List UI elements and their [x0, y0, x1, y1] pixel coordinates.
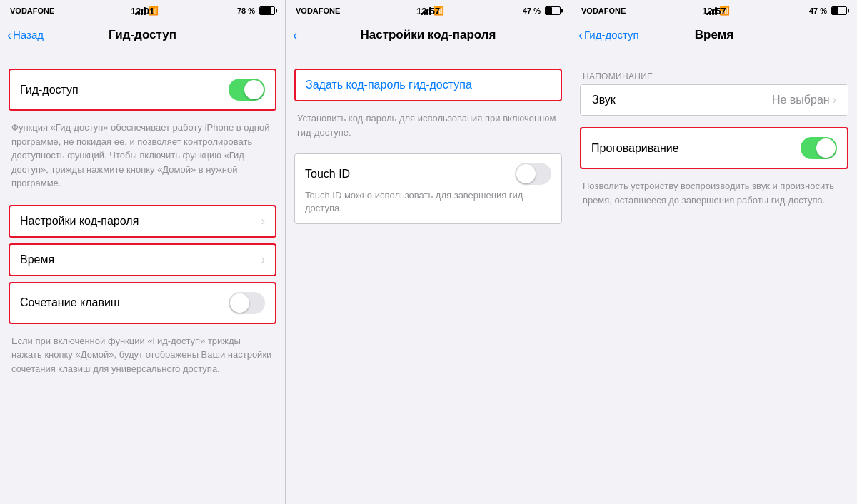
back-chevron-3: ‹: [578, 29, 583, 41]
status-bar-1: VODAFONE 📶 12:01 78 %: [0, 0, 285, 20]
back-chevron-1: ‹: [7, 29, 11, 41]
carrier-1: VODAFONE: [10, 6, 54, 15]
keyboard-shortcuts-toggle[interactable]: [229, 292, 265, 314]
battery-pct-2: 47 %: [523, 6, 541, 15]
time-label: Время: [20, 253, 54, 266]
page-title-1: Гид-доступ: [109, 28, 176, 42]
back-label-3: Гид-доступ: [584, 29, 639, 41]
back-button-3[interactable]: ‹ Гид-доступ: [578, 29, 639, 41]
content-2: Задать код-пароль гид-доступа Установить…: [286, 51, 571, 504]
battery-area-3: 47 %: [809, 6, 847, 15]
guided-access-toggle[interactable]: [229, 79, 265, 101]
keyboard-shortcuts-desc: Если при включенной функции «Гид-доступ»…: [0, 330, 285, 385]
back-button-1[interactable]: ‹ Назад: [7, 29, 44, 41]
progovarivaniye-label: Проговаривание: [591, 142, 679, 155]
sound-row[interactable]: Звук Не выбран ›: [581, 85, 848, 115]
battery-icon-3: [831, 6, 847, 15]
progovarivaniye-toggle[interactable]: [801, 137, 837, 159]
battery-icon-2: [545, 6, 561, 15]
toggle-knob-kb: [230, 293, 249, 313]
battery-icon-1: [259, 6, 275, 15]
time-chevron: ›: [261, 253, 265, 266]
chevron-icon-time: ›: [261, 253, 265, 266]
passcode-desc: Установить код-пароль для использования …: [286, 107, 571, 148]
battery-area-1: 78 %: [237, 6, 275, 15]
guided-access-desc: Функция «Гид-доступ» обеспечивает работу…: [0, 116, 285, 199]
guided-access-label: Гид-доступ: [20, 84, 79, 96]
battery-pct-3: 47 %: [809, 6, 827, 15]
page-title-2: Настройки код-пароля: [360, 28, 496, 42]
sound-label: Звук: [592, 94, 616, 106]
set-passcode-link[interactable]: Задать код-пароль гид-доступа: [306, 79, 472, 91]
guided-access-item[interactable]: Гид-доступ: [9, 69, 276, 111]
back-label-1: Назад: [13, 29, 44, 41]
touch-id-row[interactable]: Touch ID: [305, 163, 551, 185]
touch-id-section: Touch ID Touch ID можно использовать для…: [294, 153, 562, 224]
keyboard-shortcuts-label: Сочетание клавиш: [20, 296, 120, 309]
passcode-settings-item[interactable]: Настройки код-пароля ›: [9, 205, 276, 238]
touch-id-desc: Touch ID можно использовать для завершен…: [305, 189, 551, 215]
time-3: 12:57: [702, 6, 726, 16]
toggle-knob-prog: [816, 138, 836, 158]
keyboard-shortcuts-item[interactable]: Сочетание клавиш: [9, 282, 276, 324]
chevron-icon-passcode: ›: [261, 215, 265, 228]
time-item[interactable]: Время ›: [9, 243, 276, 276]
time-2: 12:57: [416, 6, 440, 16]
carrier-3: VODAFONE: [581, 6, 626, 15]
back-chevron-2: ‹: [293, 29, 297, 41]
set-passcode-item[interactable]: Задать код-пароль гид-доступа: [294, 69, 562, 101]
progovarivaniye-item[interactable]: Проговаривание: [580, 127, 848, 169]
time-1: 12:01: [131, 6, 154, 16]
battery-pct-1: 78 %: [237, 6, 255, 15]
toggle-knob-touchid: [516, 164, 536, 183]
battery-area-2: 47 %: [523, 6, 561, 15]
progovarivaniye-desc: Позволить устройству воспроизводить звук…: [571, 175, 857, 214]
panel-2: VODAFONE 📶 12:57 47 % ‹ Настройки код-па…: [286, 0, 571, 504]
panel-3: VODAFONE 📶 12:57 47 % ‹ Гид-доступ Время: [571, 0, 857, 504]
reminder-section-label: НАПОМИНАНИЕ: [571, 63, 857, 84]
passcode-settings-label: Настройки код-пароля: [20, 215, 139, 228]
sound-value: Не выбран ›: [772, 94, 836, 106]
toggle-knob: [244, 80, 264, 99]
nav-bar-2: ‹ Настройки код-пароля: [286, 20, 571, 51]
nav-bar-3: ‹ Гид-доступ Время: [571, 20, 857, 51]
nav-bar-1: ‹ Назад Гид-доступ: [0, 20, 285, 51]
sound-value-text: Не выбран: [772, 94, 830, 106]
page-title-3: Время: [695, 28, 733, 42]
status-bar-2: VODAFONE 📶 12:57 47 %: [286, 0, 571, 20]
status-bar-3: VODAFONE 📶 12:57 47 %: [571, 0, 857, 20]
passcode-settings-chevron: ›: [261, 215, 265, 228]
back-button-2[interactable]: ‹: [293, 29, 297, 41]
touch-id-label: Touch ID: [305, 168, 350, 181]
content-3: НАПОМИНАНИЕ Звук Не выбран › Проговарива…: [571, 51, 857, 504]
panel-1: VODAFONE 📶 12:01 78 % ‹ Назад Гид-доступ: [0, 0, 286, 504]
carrier-2: VODAFONE: [296, 6, 340, 15]
touch-id-toggle[interactable]: [515, 163, 551, 185]
content-1: Гид-доступ Функция «Гид-доступ» обеспечи…: [0, 51, 285, 504]
chevron-icon-sound: ›: [833, 94, 836, 106]
